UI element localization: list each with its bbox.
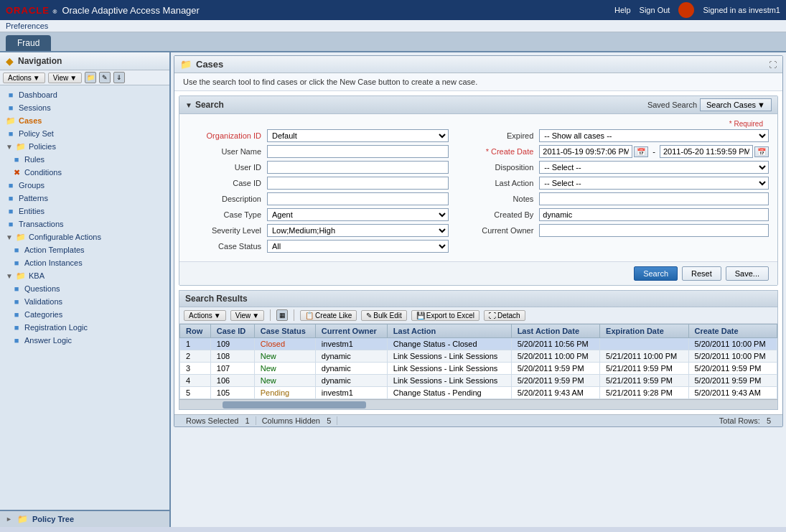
create-date-to-input[interactable] — [660, 145, 753, 158]
sign-out-link[interactable]: Sign Out — [640, 6, 670, 14]
folder-icon: 📁 — [6, 116, 16, 126]
reset-button[interactable]: Reset — [682, 266, 721, 281]
detach-icon[interactable]: ▦ — [276, 309, 288, 321]
col-case-id[interactable]: Case ID — [210, 325, 254, 338]
sidebar-item-entities[interactable]: ■ Entities — [0, 205, 169, 218]
expand-policies-icon[interactable]: ▼ — [6, 143, 13, 151]
results-view-btn[interactable]: View ▼ — [230, 310, 264, 321]
oracle-badge-icon — [678, 2, 694, 18]
col-last-action[interactable]: Last Action — [387, 325, 511, 338]
case-status-select[interactable]: All — [267, 240, 449, 253]
sidebar-item-registration-logic[interactable]: ■ Registration Logic — [0, 321, 169, 334]
folder-open-icon[interactable]: 📁 — [85, 72, 96, 83]
sidebar-item-action-instances[interactable]: ■ Action Instances — [0, 256, 169, 269]
export-to-excel-btn[interactable]: 💾 Export to Excel — [411, 310, 479, 321]
preferences-bar: Preferences — [0, 20, 786, 32]
table-row[interactable]: 5 105 Pending investm1 Change Status - P… — [180, 387, 777, 399]
collapse-search-icon[interactable]: ▼ — [185, 101, 192, 109]
required-note: * Required — [188, 120, 769, 129]
col-current-owner[interactable]: Current Owner — [315, 325, 387, 338]
table-row[interactable]: 1 109 Closed investm1 Change Status - Cl… — [180, 338, 777, 350]
case-id-input[interactable] — [267, 177, 449, 190]
org-id-select[interactable]: Default — [267, 129, 449, 142]
create-like-btn[interactable]: 📋 Create Like — [300, 310, 357, 321]
horizontal-scrollbar-thumb[interactable] — [223, 401, 366, 409]
actions-dropdown-btn[interactable]: Actions ▼ — [3, 73, 45, 83]
case-id-label: Case ID — [188, 179, 267, 187]
sidebar-item-questions[interactable]: ■ Questions — [0, 282, 169, 295]
expand-kba-icon[interactable]: ▼ — [6, 272, 13, 280]
user-id-input[interactable] — [267, 161, 449, 174]
sidebar-item-groups[interactable]: ■ Groups — [0, 179, 169, 192]
col-case-status[interactable]: Case Status — [254, 325, 315, 338]
sidebar-item-categories[interactable]: ■ Categories — [0, 308, 169, 321]
bulk-edit-btn[interactable]: ✎ Bulk Edit — [361, 310, 406, 321]
detach-btn[interactable]: ⛶ Detach — [484, 310, 525, 321]
search-button[interactable]: Search — [634, 266, 678, 281]
table-row[interactable]: 2 108 New dynamic Link Sessions - Link S… — [180, 350, 777, 363]
expired-row: Expired -- Show all cases -- — [460, 129, 769, 142]
cell-last-action: Link Sessions - Link Sessions — [387, 375, 511, 387]
cell-last-action-date: 5/20/2011 9:59 PM — [511, 363, 599, 375]
case-type-select[interactable]: Agent — [267, 208, 449, 221]
search-cases-btn[interactable]: Search Cases ▼ — [700, 98, 772, 111]
description-row: Description — [188, 192, 449, 205]
policy-tree-footer[interactable]: ► 📁 Policy Tree — [0, 510, 169, 527]
horizontal-scrollbar[interactable] — [179, 399, 777, 409]
expand-config-actions-icon[interactable]: ▼ — [6, 233, 13, 241]
maximize-icon[interactable]: ⛶ — [769, 60, 777, 69]
col-last-action-date[interactable]: Last Action Date — [511, 325, 599, 338]
results-actions-chevron-icon: ▼ — [214, 312, 221, 319]
sidebar-item-transactions[interactable]: ■ Transactions — [0, 218, 169, 230]
help-link[interactable]: Help — [614, 6, 631, 14]
user-name-label: User Name — [188, 147, 267, 156]
fraud-tab[interactable]: Fraud — [6, 35, 51, 51]
sidebar-item-cases[interactable]: 📁 Cases — [0, 114, 169, 127]
save-button[interactable]: Save... — [726, 266, 769, 281]
description-label: Description — [188, 195, 267, 203]
cell-last-action-date: 5/20/2011 9:59 PM — [511, 375, 599, 387]
search-section-header: ▼ Search Saved Search Search Cases ▼ — [179, 96, 777, 114]
sidebar-item-dashboard[interactable]: ■ Dashboard — [0, 88, 169, 101]
notes-input[interactable] — [539, 192, 769, 205]
create-date-to-calendar-btn[interactable]: 📅 — [754, 146, 769, 157]
edit-icon[interactable]: ✎ — [99, 72, 111, 83]
col-create-date[interactable]: Create Date — [688, 325, 777, 338]
sidebar-item-kba[interactable]: ▼ 📁 KBA — [0, 269, 169, 282]
sidebar-item-policy-set[interactable]: ■ Policy Set — [0, 127, 169, 140]
results-actions-btn[interactable]: Actions ▼ — [184, 310, 226, 321]
severity-level-select[interactable]: Low;Medium;High — [267, 224, 449, 237]
sidebar-item-validations[interactable]: ■ Validations — [0, 295, 169, 308]
user-name-input[interactable] — [267, 145, 449, 158]
expired-label: Expired — [460, 131, 539, 140]
disposition-select[interactable]: -- Select -- — [539, 161, 769, 174]
created-by-input[interactable] — [539, 208, 769, 221]
sidebar-item-rules[interactable]: ■ Rules — [0, 153, 169, 166]
down-icon[interactable]: ⇓ — [113, 72, 125, 83]
create-like-icon: 📋 — [305, 312, 314, 319]
notes-row: Notes — [460, 192, 769, 205]
case-status-label: Case Status — [188, 242, 267, 251]
sidebar-item-answer-logic[interactable]: ■ Answer Logic — [0, 334, 169, 347]
last-action-select[interactable]: -- Select -- — [539, 177, 769, 190]
rules-icon: ■ — [11, 154, 22, 164]
sidebar-item-configurable-actions[interactable]: ▼ 📁 Configurable Actions — [0, 230, 169, 243]
preferences-link[interactable]: Preferences — [6, 22, 48, 30]
sidebar-item-conditions[interactable]: ✖ Conditions — [0, 166, 169, 179]
expired-select[interactable]: -- Show all cases -- — [539, 129, 769, 142]
view-dropdown-btn[interactable]: View ▼ — [48, 73, 82, 83]
table-row[interactable]: 4 106 New dynamic Link Sessions - Link S… — [180, 375, 777, 387]
create-date-from-input[interactable] — [539, 145, 632, 158]
col-expiration-date[interactable]: Expiration Date — [600, 325, 688, 338]
table-row[interactable]: 3 107 New dynamic Link Sessions - Link S… — [180, 363, 777, 375]
current-owner-input[interactable] — [539, 224, 769, 237]
search-section-title: ▼ Search — [185, 100, 224, 110]
sidebar-item-policies[interactable]: ▼ 📁 Policies — [0, 140, 169, 153]
cell-last-action-date: 5/20/2011 10:00 PM — [511, 350, 599, 363]
create-date-from-calendar-btn[interactable]: 📅 — [634, 146, 648, 157]
description-input[interactable] — [267, 192, 449, 205]
cell-create-date: 5/20/2011 9:59 PM — [688, 375, 777, 387]
sidebar-item-sessions[interactable]: ■ Sessions — [0, 101, 169, 114]
sidebar-item-action-templates[interactable]: ■ Action Templates — [0, 243, 169, 256]
sidebar-item-patterns[interactable]: ■ Patterns — [0, 192, 169, 205]
